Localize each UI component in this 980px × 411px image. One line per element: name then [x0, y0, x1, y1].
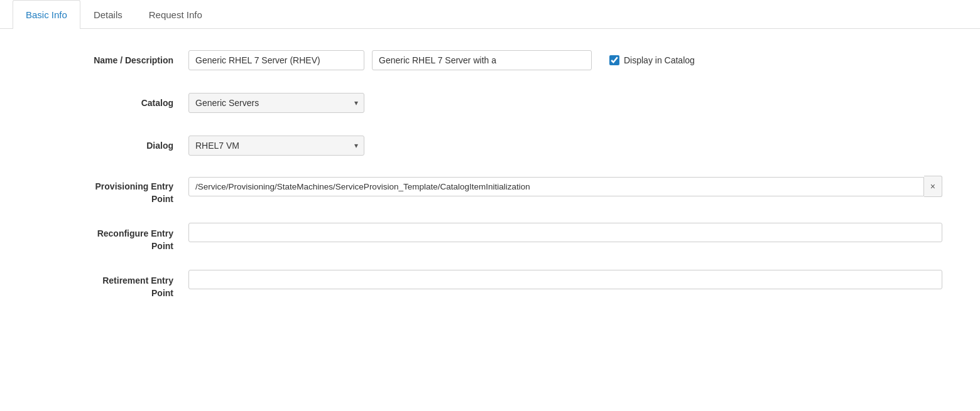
- description-input[interactable]: [372, 50, 592, 70]
- catalog-select[interactable]: Generic Servers Other Catalog: [188, 93, 364, 113]
- reconfigure-entry-row: Reconfigure Entry Point: [25, 223, 955, 252]
- provisioning-entry-controls: ×: [188, 176, 955, 197]
- provisioning-entry-input-wrapper: ×: [188, 176, 942, 197]
- provisioning-entry-clear-button[interactable]: ×: [924, 176, 942, 197]
- name-input[interactable]: [188, 50, 364, 70]
- display-in-catalog-label[interactable]: Display in Catalog: [609, 55, 695, 65]
- dialog-label: Dialog: [25, 141, 188, 151]
- tab-details[interactable]: Details: [80, 0, 136, 29]
- tab-bar: Basic Info Details Request Info: [0, 0, 980, 29]
- dialog-select-wrapper: RHEL7 VM Other Dialog ▾: [188, 136, 364, 156]
- catalog-select-wrapper: Generic Servers Other Catalog ▾: [188, 93, 364, 113]
- dialog-controls: RHEL7 VM Other Dialog ▾: [188, 136, 955, 156]
- name-description-row: Name / Description Display in Catalog: [25, 48, 955, 73]
- dialog-row: Dialog RHEL7 VM Other Dialog ▾: [25, 133, 955, 158]
- retirement-entry-controls: [188, 270, 955, 289]
- catalog-controls: Generic Servers Other Catalog ▾: [188, 93, 955, 113]
- provisioning-entry-row: Provisioning Entry Point ×: [25, 176, 955, 205]
- display-in-catalog-checkbox[interactable]: [609, 55, 619, 65]
- reconfigure-entry-input[interactable]: [188, 223, 942, 242]
- reconfigure-entry-controls: [188, 223, 955, 242]
- retirement-entry-row: Retirement Entry Point: [25, 270, 955, 299]
- retirement-entry-label: Retirement Entry Point: [25, 270, 188, 299]
- name-description-controls: Display in Catalog: [188, 50, 955, 70]
- name-description-label: Name / Description: [25, 55, 188, 65]
- catalog-row: Catalog Generic Servers Other Catalog ▾: [25, 90, 955, 115]
- tab-request-info[interactable]: Request Info: [136, 0, 215, 29]
- dialog-select[interactable]: RHEL7 VM Other Dialog: [188, 136, 364, 156]
- retirement-entry-input[interactable]: [188, 270, 942, 289]
- catalog-label: Catalog: [25, 98, 188, 108]
- provisioning-entry-label: Provisioning Entry Point: [25, 176, 188, 205]
- provisioning-entry-input[interactable]: [188, 177, 924, 196]
- reconfigure-entry-label: Reconfigure Entry Point: [25, 223, 188, 252]
- form-area: Name / Description Display in Catalog Ca…: [0, 29, 980, 336]
- main-container: Basic Info Details Request Info Name / D…: [0, 0, 980, 411]
- tab-basic-info[interactable]: Basic Info: [13, 0, 80, 29]
